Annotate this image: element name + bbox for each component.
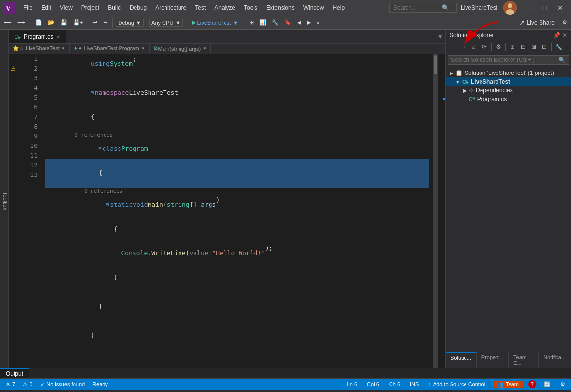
status-sync[interactable]: 🔄 <box>542 381 553 388</box>
menu-window[interactable]: Window <box>300 2 328 13</box>
se-view3-btn[interactable]: ⊠ <box>529 42 539 52</box>
collapse-btn-5[interactable]: ⊟ <box>99 144 102 154</box>
menu-extensions[interactable]: Extensions <box>262 2 299 13</box>
status-line[interactable]: Ln 6 <box>345 381 359 387</box>
toolbar-navprev-btn[interactable]: ◀ <box>295 18 303 27</box>
status-no-issues[interactable]: ✓ No issues found <box>38 381 87 388</box>
status-source-control[interactable]: ↑ Add to Source Control <box>426 381 487 387</box>
toolbar-redo-btn[interactable]: ↪ <box>101 18 109 27</box>
close-button[interactable]: ✕ <box>554 1 567 15</box>
status-team[interactable]: 👥 Team <box>493 381 523 388</box>
menu-analyze[interactable]: Analyze <box>210 2 239 13</box>
se-tab-notifications[interactable]: Notifica... <box>539 352 571 368</box>
toolbar-undo-btn[interactable]: ↩ <box>91 18 99 27</box>
toolbar-fwd-btn[interactable]: ⟶ <box>15 18 27 27</box>
breadcrumb-class[interactable]: ✦ ✦ LiveShareTest.Program ▼ <box>70 44 150 54</box>
run-button[interactable]: ▶ LiveShareTest ▼ <box>189 18 241 27</box>
menu-edit[interactable]: Edit <box>37 2 55 13</box>
search-input[interactable] <box>393 4 442 11</box>
vs-logo: V <box>4 2 15 14</box>
toolbar-more-btn[interactable]: » <box>315 19 321 27</box>
status-errors[interactable]: ✕ 7 <box>4 381 17 388</box>
menu-tools[interactable]: Tools <box>240 2 261 13</box>
status-col[interactable]: Col 6 <box>365 381 381 387</box>
code-content[interactable]: using System; ⊟namespace LiveShareTest {… <box>42 54 433 368</box>
scrollbar-thumb[interactable] <box>434 55 437 74</box>
ln-4: 4 <box>21 83 38 93</box>
collapse-btn-3[interactable]: ⊟ <box>91 88 94 98</box>
se-close-btn[interactable]: ✕ <box>562 32 567 39</box>
menu-architecture[interactable]: Architecture <box>151 2 190 13</box>
breadcrumb-ns-label: ☆ LiveShareTest <box>19 45 60 52</box>
se-home-btn[interactable]: ⌂ <box>469 42 479 52</box>
debug-config-combo[interactable]: Debug ▼ <box>116 19 143 27</box>
minimize-button[interactable]: ─ <box>523 1 536 15</box>
status-settings[interactable]: ⚙ <box>558 381 567 388</box>
se-item-dependencies[interactable]: ▶ ⊹ Dependencies <box>446 86 571 95</box>
menu-debug[interactable]: Debug <box>126 2 150 13</box>
se-back-btn[interactable]: ← <box>448 42 457 52</box>
se-tab-solution[interactable]: Solutio... <box>446 352 477 368</box>
menu-view[interactable]: View <box>56 2 76 13</box>
class-console: Console <box>121 248 148 258</box>
toolbox-sidebar[interactable]: Toolbox <box>0 30 9 368</box>
se-view1-btn[interactable]: ⊞ <box>508 42 517 52</box>
se-item-solution[interactable]: ▶ 📋 Solution 'LiveShareTest' (1 project) <box>446 69 571 77</box>
se-tab-properties[interactable]: Propert... <box>477 352 509 368</box>
toolbar-navnext-btn[interactable]: ▶ <box>305 18 313 27</box>
collapse-btn-7[interactable]: ⊟ <box>106 200 109 210</box>
menu-test[interactable]: Test <box>191 2 210 13</box>
menu-file[interactable]: File <box>19 2 36 13</box>
status-notification[interactable]: 7 <box>528 380 536 388</box>
se-search-input[interactable] <box>451 57 556 63</box>
se-search-box[interactable]: 🔍 <box>448 55 569 65</box>
toolbar-attach-btn[interactable]: ⊞ <box>247 18 255 27</box>
toolbar-perf-btn[interactable]: 📊 <box>257 18 268 27</box>
toolbar-save-btn[interactable]: 💾 <box>59 18 69 27</box>
breadcrumb-namespace[interactable]: ⭐ ☆ LiveShareTest ▼ <box>9 44 70 54</box>
tab-scroll-left[interactable]: ▼ <box>437 33 443 40</box>
toolbar-back-btn[interactable]: ⟵ <box>2 18 14 27</box>
tab-cs-icon: C# <box>15 34 21 40</box>
tab-area-empty[interactable] <box>66 30 436 43</box>
se-refresh-btn[interactable]: ⟳ <box>480 42 489 52</box>
user-avatar[interactable] <box>503 1 517 15</box>
se-tab-team[interactable]: Team E... <box>509 352 539 368</box>
error-icon: ✕ <box>6 381 10 388</box>
se-view4-btn[interactable]: ⊡ <box>540 42 549 52</box>
se-item-program-cs[interactable]: ▶ C# Program.cs <box>446 95 571 103</box>
se-item-project[interactable]: ▼ C# LiveShareTest <box>446 77 571 86</box>
status-warnings[interactable]: ⚠ 0 <box>21 381 34 388</box>
output-tab[interactable]: Output <box>0 368 29 378</box>
status-ins[interactable]: INS <box>408 381 421 387</box>
code-line-12: } <box>45 321 429 350</box>
status-ch[interactable]: Ch 6 <box>387 381 402 387</box>
tab-program-cs[interactable]: C# Program.cs ✕ <box>9 30 66 43</box>
se-fwd-btn[interactable]: → <box>458 42 468 52</box>
liveshare-button[interactable]: ↗ Live Share <box>515 18 558 28</box>
toolbar-saveall-btn[interactable]: 💾+ <box>71 18 85 27</box>
toolbar-open-btn[interactable]: 📂 <box>46 18 57 27</box>
breadcrumb-arrow3: ▼ <box>203 46 207 51</box>
toolbar-new-btn[interactable]: 📄 <box>33 18 44 27</box>
ln-label: Ln 6 <box>347 381 357 387</box>
se-search-icon: 🔍 <box>558 57 566 63</box>
cpu-config-combo[interactable]: Any CPU ▼ <box>149 19 183 27</box>
editor-scrollbar[interactable] <box>433 54 438 368</box>
toolbar-bookmark-btn[interactable]: 🔖 <box>283 18 293 27</box>
tab-close-btn[interactable]: ✕ <box>56 34 60 40</box>
toolbar-diag-btn[interactable]: 🔧 <box>270 18 281 27</box>
toolbar-settings-btn[interactable]: ⚙ <box>560 18 569 27</box>
menu-help[interactable]: Help <box>329 2 348 13</box>
se-pin-btn[interactable]: 📌 <box>553 32 560 39</box>
maximize-button[interactable]: □ <box>538 1 552 15</box>
se-tools-btn[interactable]: 🔧 <box>554 42 563 52</box>
se-view2-btn[interactable]: ⊟ <box>518 42 528 52</box>
code-editor[interactable]: ⚠ 1 2 3 4 5 6 7 8 9 10 11 12 13 <box>9 54 445 368</box>
title-search[interactable]: 🔍 <box>389 3 457 13</box>
menu-project[interactable]: Project <box>77 2 103 13</box>
menu-build[interactable]: Build <box>104 2 125 13</box>
toolbox-label: Toolbox <box>2 192 8 210</box>
breadcrumb-method[interactable]: ⚙ Main(string[] args) ▼ <box>150 44 211 54</box>
se-settings-btn[interactable]: ⚙ <box>494 42 503 52</box>
